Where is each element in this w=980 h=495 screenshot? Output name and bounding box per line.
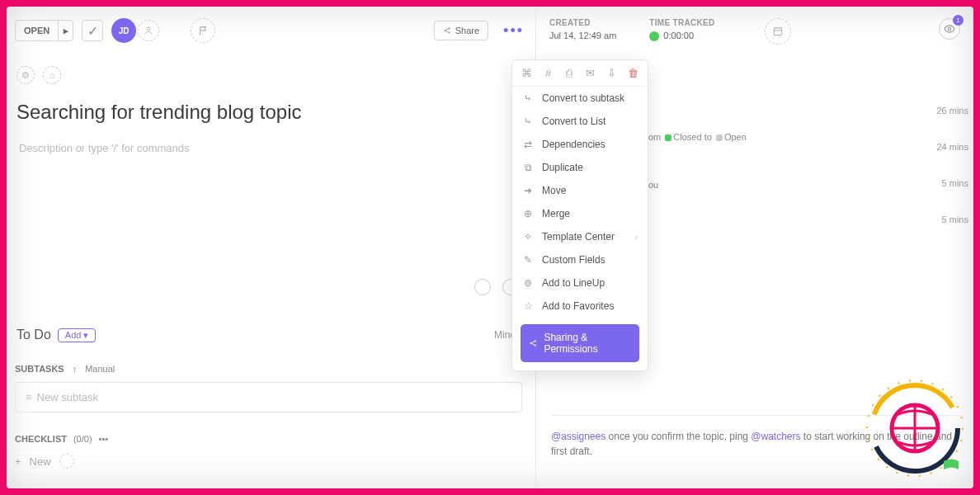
task-title[interactable]: Searching for trending blog topic xyxy=(16,101,527,124)
menu-convert-subtask[interactable]: ⤷Convert to subtask xyxy=(512,87,648,110)
menu-dependencies[interactable]: ⇄Dependencies xyxy=(512,133,648,156)
complete-checkbox[interactable]: ✓ xyxy=(82,20,103,41)
svg-rect-4 xyxy=(774,28,781,35)
watchers-count: 1 xyxy=(953,15,964,26)
subtasks-header: SUBTASKS xyxy=(15,364,64,374)
todo-heading: To Do xyxy=(16,328,51,342)
menu-template-center[interactable]: ✧Template Center› xyxy=(512,225,648,248)
svg-point-7 xyxy=(535,341,536,342)
task-actions-menu: ⌘ # ⎙ ✉ ⇩ 🗑 ⤷Convert to subtask ⤷Convert… xyxy=(511,59,648,371)
created-value: Jul 14, 12:49 am xyxy=(549,31,616,40)
status-button[interactable]: OPEN ▸ xyxy=(15,20,73,41)
svg-point-2 xyxy=(448,28,450,30)
settings-icon[interactable]: ⚙ xyxy=(16,66,35,84)
link-icon[interactable]: ⌘ xyxy=(521,67,534,79)
menu-merge[interactable]: ⊕Merge xyxy=(512,202,648,225)
watchers-button[interactable]: 1 xyxy=(939,18,960,40)
add-checklist-item-icon[interactable]: + xyxy=(15,455,21,468)
menu-convert-list[interactable]: ⤷Convert to List xyxy=(512,110,648,133)
mention[interactable]: @assignees xyxy=(551,431,605,442)
share-button[interactable]: Share xyxy=(434,21,488,40)
watermark-logo xyxy=(861,375,968,482)
svg-point-1 xyxy=(444,30,445,31)
menu-move[interactable]: ➜Move xyxy=(512,179,648,202)
status-label: OPEN xyxy=(16,26,58,35)
activity-times: 26 mins 24 mins 5 mins 5 mins xyxy=(936,106,968,251)
trash-icon[interactable]: 🗑 xyxy=(626,67,639,79)
sharing-permissions-button[interactable]: Sharing & Permissions xyxy=(521,324,639,362)
play-icon[interactable] xyxy=(649,31,659,41)
checklist-1-count: (0/0) xyxy=(73,434,92,444)
new-subtask-input[interactable]: ≡New subtask xyxy=(15,382,522,412)
checklist-assign-icon[interactable] xyxy=(59,454,74,469)
created-label: CREATED xyxy=(549,18,616,27)
share-label: Share xyxy=(455,26,479,35)
status-caret-icon[interactable]: ▸ xyxy=(58,21,73,40)
checklist-1-label: CHECKLIST xyxy=(15,434,67,444)
svg-point-5 xyxy=(948,27,951,31)
menu-duplicate[interactable]: ⧉Duplicate xyxy=(512,156,648,179)
print-icon[interactable]: ⎙ xyxy=(563,67,576,79)
sort-icon[interactable]: ↑ xyxy=(73,364,78,374)
tag-icon[interactable]: ⌂ xyxy=(43,66,61,84)
svg-point-8 xyxy=(535,345,536,346)
subtasks-mode[interactable]: Manual xyxy=(85,364,115,374)
activity-entry: ou xyxy=(648,180,658,190)
task-description[interactable]: Description or type '/' for commands xyxy=(19,142,527,154)
svg-point-0 xyxy=(147,27,150,31)
activity-time: 5 mins xyxy=(936,178,968,188)
activity-time: 26 mins xyxy=(936,106,968,116)
more-menu-button[interactable]: ••• xyxy=(503,22,524,40)
hash-icon[interactable]: # xyxy=(542,67,555,79)
checklist-1-more-icon[interactable]: ••• xyxy=(99,434,109,444)
add-todo-button[interactable]: Add ▾ xyxy=(58,328,97,342)
activity-time: 24 mins xyxy=(936,142,968,152)
mail-icon[interactable]: ✉ xyxy=(584,67,597,79)
activity-status-change: om Closed to Open xyxy=(648,132,747,142)
priority-flag-button[interactable] xyxy=(191,18,215,43)
add-assignee-button[interactable] xyxy=(138,20,159,41)
print-icon[interactable] xyxy=(474,279,491,295)
svg-point-6 xyxy=(530,342,532,344)
time-tracked-value[interactable]: 0:00:00 xyxy=(649,31,714,41)
menu-add-lineup[interactable]: ⊚Add to LineUp xyxy=(512,271,648,295)
svg-point-3 xyxy=(448,32,450,34)
activity-time: 5 mins xyxy=(936,214,968,224)
menu-add-favorites[interactable]: ☆Add to Favorites xyxy=(512,295,648,318)
due-date-button[interactable] xyxy=(765,18,791,45)
assignee-avatar[interactable]: JD xyxy=(111,18,136,43)
new-checklist-label[interactable]: New xyxy=(30,455,51,468)
mention[interactable]: @watchers xyxy=(751,431,800,442)
task-detail-pane: OPEN ▸ ✓ JD Share ••• ⚙ ⌂ Searching for … xyxy=(7,7,536,488)
time-tracked-label: TIME TRACKED xyxy=(649,18,714,27)
download-icon[interactable]: ⇩ xyxy=(605,67,619,79)
menu-custom-fields[interactable]: ✎Custom Fields xyxy=(512,248,648,271)
chevron-right-icon: › xyxy=(635,233,638,242)
